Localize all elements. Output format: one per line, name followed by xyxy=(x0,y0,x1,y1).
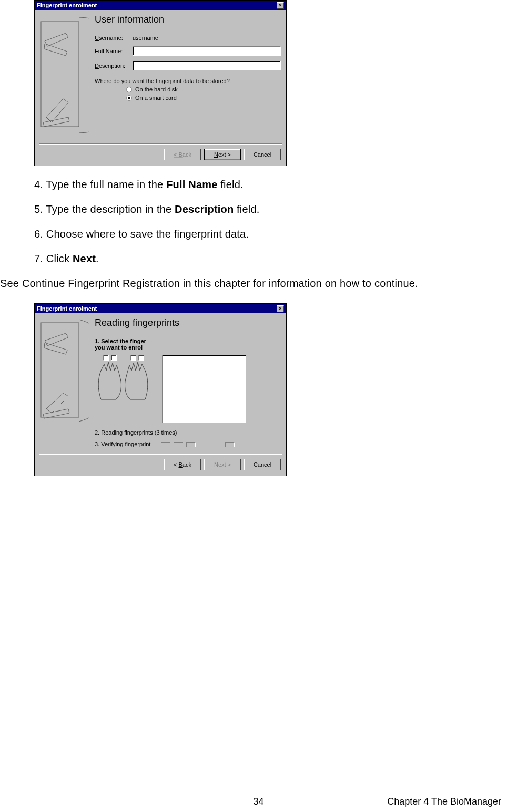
finger-checkbox[interactable] xyxy=(138,355,144,361)
dialog-heading: Reading fingerprints xyxy=(95,317,281,328)
dialog-title: Fingerprint enrolment xyxy=(37,305,97,312)
divider xyxy=(39,143,282,145)
progress-indicator xyxy=(225,442,235,447)
radio-label-disk: On the hard disk xyxy=(135,86,178,92)
svg-rect-0 xyxy=(41,22,79,127)
step-4: 4. Type the full name in the Full Name f… xyxy=(34,179,496,191)
cancel-button[interactable]: Cancel xyxy=(244,459,281,470)
svg-rect-1 xyxy=(41,323,79,417)
finger-checkbox[interactable] xyxy=(111,355,117,361)
close-icon[interactable]: × xyxy=(277,305,284,312)
description-label: Description: xyxy=(95,63,133,69)
hands-illustration[interactable] xyxy=(95,355,158,402)
radio-icon xyxy=(126,95,132,101)
divider xyxy=(39,454,282,455)
progress-indicator xyxy=(174,442,183,447)
close-icon[interactable]: × xyxy=(277,2,284,9)
reading-step-2: 2. Reading fingerprints (3 times) xyxy=(95,429,281,436)
back-button[interactable]: < Back xyxy=(164,459,201,470)
titlebar: Fingerprint enrolment × xyxy=(35,1,286,10)
continue-note: See Continue Fingerprint Registration in… xyxy=(0,277,517,290)
step-7: 7. Click Next. xyxy=(34,253,496,265)
back-button[interactable]: < Back xyxy=(164,149,201,160)
storage-question: Where do you want the fingerprint data t… xyxy=(95,78,281,84)
radio-label-card: On a smart card xyxy=(135,95,177,101)
progress-indicator xyxy=(186,442,196,447)
next-button: Next > xyxy=(204,459,241,470)
progress-indicator xyxy=(161,442,170,447)
finger-checkbox[interactable] xyxy=(130,355,136,361)
finger-checkbox[interactable] xyxy=(103,355,109,361)
radio-icon xyxy=(126,87,132,92)
chapter-title: Chapter 4 The BioManager xyxy=(387,796,501,807)
username-value: username xyxy=(133,35,158,41)
fingerprint-preview xyxy=(162,355,246,423)
radio-smart-card[interactable]: On a smart card xyxy=(126,95,281,101)
step-5: 5. Type the description in the Descripti… xyxy=(34,203,496,215)
description-input[interactable] xyxy=(133,61,281,70)
dialog-heading: User information xyxy=(95,14,281,25)
username-label: Username: xyxy=(95,35,133,41)
next-button[interactable]: Next > xyxy=(204,149,241,160)
vitruvian-illustration xyxy=(37,12,89,138)
instructions-block: 4. Type the full name in the Full Name f… xyxy=(34,179,496,265)
cancel-button[interactable]: Cancel xyxy=(244,149,281,160)
reading-step-1: 1. Select the finger you want to enrol xyxy=(95,338,158,351)
step-6: 6. Choose where to save the fingerprint … xyxy=(34,228,496,240)
dialog-reading-fingerprints: Fingerprint enrolment × Reading fingerpr… xyxy=(34,303,287,476)
fullname-label: Full Name: xyxy=(95,48,133,54)
dialog-user-information: Fingerprint enrolment × User information… xyxy=(34,0,287,166)
dialog-title: Fingerprint enrolment xyxy=(37,2,97,8)
vitruvian-illustration xyxy=(37,315,89,426)
titlebar: Fingerprint enrolment × xyxy=(35,304,286,313)
page-number: 34 xyxy=(253,796,263,807)
reading-step-3: 3. Verifying fingerprint xyxy=(95,441,150,447)
radio-hard-disk[interactable]: On the hard disk xyxy=(126,86,281,92)
fullname-input[interactable] xyxy=(133,46,281,56)
